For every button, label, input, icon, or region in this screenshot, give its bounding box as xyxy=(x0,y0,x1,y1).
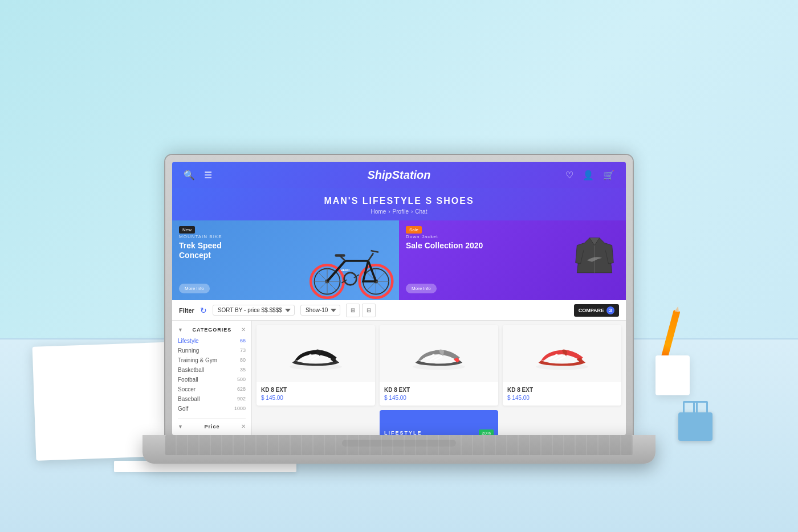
banner-title-right: Sale Collection 2020 xyxy=(406,241,483,251)
sidebar-divider xyxy=(178,418,246,419)
hero-section: MAN'S LIFESTYLE S SHOES Home › Profile ›… xyxy=(172,188,626,220)
compare-count: 3 xyxy=(606,306,614,314)
laptop-screen-wrapper: 🔍 ☰ ShipStation ♡ 👤 🛒 MAN'S LIFESTYLE S … xyxy=(165,155,633,435)
category-count-soccer: 628 xyxy=(237,386,246,392)
keyboard xyxy=(165,435,633,455)
category-golf[interactable]: Golf 1000 xyxy=(178,404,246,414)
banner-more-info-right[interactable]: More Info xyxy=(406,284,437,293)
banner-bike: New MOUNTAIN BIKE Trek Speed Concept Mor… xyxy=(172,220,399,300)
product-info-2: KD 8 EXT $ 145.00 xyxy=(380,382,498,406)
wishlist-icon[interactable]: ♡ xyxy=(565,170,573,181)
breadcrumb-home[interactable]: Home xyxy=(371,208,386,215)
category-name-lifestyle: Lifestyle xyxy=(178,338,199,344)
show-select[interactable]: Show-10 xyxy=(300,305,340,316)
laptop: 🔍 ☰ ShipStation ♡ 👤 🛒 MAN'S LIFESTYLE S … xyxy=(142,155,656,464)
categories-title: CATEGORIES xyxy=(193,327,232,333)
pencil-cup xyxy=(650,338,695,395)
category-name-running: Running xyxy=(178,347,199,354)
brand-logo: ShipStation xyxy=(367,169,430,182)
banner-category-left: MOUNTAIN BIKE xyxy=(179,234,222,239)
categories-close[interactable]: ✕ xyxy=(241,326,246,333)
product-card-1[interactable]: KD 8 EXT $ 145.00 xyxy=(256,325,375,406)
products-grid: KD 8 EXT $ 145.00 xyxy=(252,321,626,435)
product-card-3[interactable]: KD 8 EXT $ 145.00 xyxy=(503,325,621,406)
laptop-base xyxy=(142,435,656,464)
product-card-2[interactable]: KD 8 EXT $ 145.00 xyxy=(380,325,498,406)
compare-button[interactable]: COMPARE 3 xyxy=(574,304,619,317)
price-close[interactable]: ✕ xyxy=(241,423,246,429)
category-name-soccer: Soccer xyxy=(178,386,196,392)
category-running[interactable]: Running 73 xyxy=(178,346,246,355)
category-training[interactable]: Training & Gym 80 xyxy=(178,355,246,365)
list-view-icon[interactable]: ⊟ xyxy=(362,304,376,317)
category-count-basketball: 35 xyxy=(240,367,246,373)
category-name-golf: Golf xyxy=(178,406,188,412)
badge-new: New xyxy=(179,226,195,234)
bike-image: HERO xyxy=(296,232,399,300)
lifestyle-label: LIFESTYLE xyxy=(384,430,422,435)
binder-clip xyxy=(678,412,712,441)
lifestyle-card[interactable]: LIFESTYLE 20% xyxy=(380,410,498,435)
category-count-baseball: 902 xyxy=(237,396,246,402)
app-navbar: 🔍 ☰ ShipStation ♡ 👤 🛒 xyxy=(172,162,626,188)
products-panel: KD 8 EXT $ 145.00 xyxy=(252,321,626,435)
shoe-image-black xyxy=(284,334,347,374)
product-image-2 xyxy=(380,325,498,382)
filter-button[interactable]: Filter xyxy=(179,307,194,314)
search-icon[interactable]: 🔍 xyxy=(184,170,195,181)
product-info-3: KD 8 EXT $ 145.00 xyxy=(503,382,621,406)
breadcrumb: Home › Profile › Chat xyxy=(184,208,614,215)
scene: 🔍 ☰ ShipStation ♡ 👤 🛒 MAN'S LIFESTYLE S … xyxy=(0,0,798,532)
category-name-football: Football xyxy=(178,377,198,383)
product-image-3 xyxy=(503,325,621,382)
nav-left: 🔍 ☰ xyxy=(184,170,212,181)
svg-line-17 xyxy=(371,251,379,252)
svg-rect-15 xyxy=(335,254,345,257)
grid-view-icon[interactable]: ⊞ xyxy=(346,304,360,317)
category-count-lifestyle: 66 xyxy=(240,338,246,344)
category-count-football: 500 xyxy=(237,377,246,383)
category-soccer[interactable]: Soccer 628 xyxy=(178,384,246,394)
category-count-golf: 1000 xyxy=(234,406,246,412)
menu-icon[interactable]: ☰ xyxy=(204,170,212,181)
lifestyle-badge: 20% xyxy=(479,429,494,436)
category-count-training: 80 xyxy=(240,357,246,363)
product-name-2: KD 8 EXT xyxy=(384,387,494,393)
category-name-training: Training & Gym xyxy=(178,357,217,363)
product-image-1 xyxy=(256,325,375,382)
shoe-image-red xyxy=(531,334,593,374)
banner-jacket: Sale Down Jacket Sale Collection 2020 Mo… xyxy=(399,220,626,300)
banner-category-right: Down Jacket xyxy=(406,234,438,239)
category-baseball[interactable]: Baseball 902 xyxy=(178,394,246,404)
svg-point-18 xyxy=(344,273,357,285)
account-icon[interactable]: 👤 xyxy=(583,170,594,181)
jacket-image xyxy=(575,232,614,289)
filter-toolbar: Filter ↻ SORT BY - price $$.$$$$ Show-10… xyxy=(172,300,626,321)
cart-icon[interactable]: 🛒 xyxy=(603,170,614,181)
breadcrumb-profile[interactable]: Profile xyxy=(393,208,409,215)
product-price-3: $ 145.00 xyxy=(507,395,617,401)
price-header[interactable]: ▼ Price ✕ xyxy=(178,423,246,429)
breadcrumb-chat[interactable]: Chat xyxy=(415,208,427,215)
view-icons: ⊞ ⊟ xyxy=(346,304,376,317)
sidebar: ▼ CATEGORIES ✕ Lifestyle 66 Running 73 xyxy=(172,321,252,435)
banner-more-info-left[interactable]: More Info xyxy=(179,284,210,293)
refresh-icon[interactable]: ↻ xyxy=(200,306,207,315)
category-count-running: 73 xyxy=(240,347,246,354)
category-name-baseball: Baseball xyxy=(178,396,199,402)
sort-select[interactable]: SORT BY - price $$.$$$$ xyxy=(213,305,295,316)
pencil xyxy=(661,310,681,361)
laptop-screen: 🔍 ☰ ShipStation ♡ 👤 🛒 MAN'S LIFESTYLE S … xyxy=(172,162,626,435)
category-name-basketball: Basketball xyxy=(178,367,204,373)
category-lifestyle[interactable]: Lifestyle 66 xyxy=(178,336,246,346)
compare-label: COMPARE xyxy=(579,308,604,313)
price-title: Price xyxy=(204,424,219,429)
product-info-1: KD 8 EXT $ 145.00 xyxy=(256,382,375,406)
category-football[interactable]: Football 500 xyxy=(178,375,246,384)
category-basketball[interactable]: Basketball 35 xyxy=(178,365,246,375)
product-name-3: KD 8 EXT xyxy=(507,387,617,393)
badge-sale: Sale xyxy=(406,226,422,234)
categories-header[interactable]: ▼ CATEGORIES ✕ xyxy=(178,326,246,333)
page-title: MAN'S LIFESTYLE S SHOES xyxy=(184,196,614,206)
svg-line-16 xyxy=(368,253,373,261)
